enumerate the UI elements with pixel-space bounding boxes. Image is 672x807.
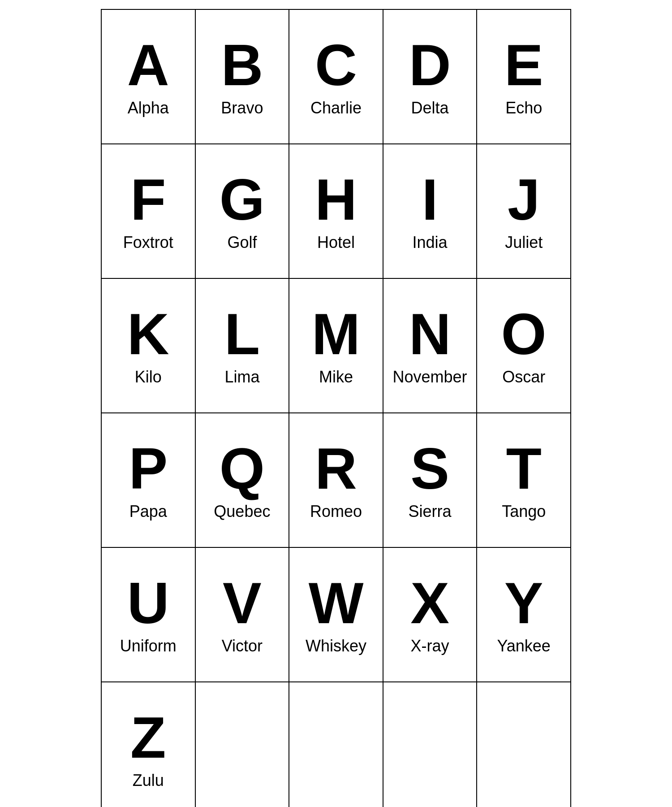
cell-q: QQuebec [196,413,290,548]
letter-i: I [422,170,438,229]
cell-t: TTango [477,413,571,548]
name-r: Romeo [310,502,362,521]
name-d: Delta [411,99,449,117]
name-m: Mike [319,368,353,386]
name-c: Charlie [310,99,362,117]
name-t: Tango [502,502,546,521]
letter-w: W [309,574,364,632]
cell-n: NNovember [383,279,478,413]
cell-empty-29 [477,682,571,807]
name-w: Whiskey [306,637,366,655]
alphabet-grid: AAlphaBBravoCCharlieDDeltaEEchoFFoxtrotG… [101,9,571,807]
letter-e: E [504,36,543,94]
grid-row-2: KKiloLLimaMMikeNNovemberOOscar [102,279,571,413]
grid-row-0: AAlphaBBravoCCharlieDDeltaEEcho [102,10,571,144]
cell-r: RRomeo [289,413,383,548]
name-a: Alpha [128,99,169,117]
cell-x: XX-ray [383,548,478,682]
name-j: Juliet [505,233,543,252]
letter-o: O [501,305,547,363]
letter-t: T [506,439,541,498]
letter-f: F [130,170,166,229]
cell-y: YYankee [477,548,571,682]
name-h: Hotel [317,233,355,252]
name-y: Yankee [497,637,550,655]
cell-w: WWhiskey [289,548,383,682]
letter-q: Q [220,439,265,498]
name-s: Sierra [409,502,452,521]
letter-l: L [224,305,260,363]
name-k: Kilo [135,368,162,386]
cell-v: VVictor [196,548,290,682]
name-v: Victor [222,637,263,655]
cell-empty-26 [196,682,290,807]
letter-u: U [127,574,169,632]
letter-k: K [127,305,169,363]
cell-empty-27 [289,682,383,807]
name-f: Foxtrot [123,233,173,252]
cell-s: SSierra [383,413,478,548]
name-n: November [393,368,467,386]
letter-j: J [508,170,540,229]
grid-row-1: FFoxtrotGGolfHHotelIIndiaJJuliet [102,144,571,279]
letter-p: P [129,439,168,498]
name-i: India [413,233,448,252]
cell-c: CCharlie [289,10,383,144]
name-u: Uniform [120,637,177,655]
cell-z: ZZulu [102,682,196,807]
cell-g: GGolf [196,144,290,279]
letter-h: H [315,170,357,229]
name-o: Oscar [502,368,545,386]
name-e: Echo [505,99,542,117]
cell-l: LLima [196,279,290,413]
letter-a: A [127,36,169,94]
name-p: Papa [129,502,167,521]
letter-v: V [223,574,262,632]
cell-d: DDelta [383,10,478,144]
name-z: Zulu [133,771,164,790]
letter-g: G [220,170,265,229]
cell-f: FFoxtrot [102,144,196,279]
cell-empty-28 [383,682,478,807]
cell-e: EEcho [477,10,571,144]
grid-row-3: PPapaQQuebecRRomeoSSierraTTango [102,413,571,548]
name-g: Golf [227,233,257,252]
letter-z: Z [130,708,166,767]
cell-m: MMike [289,279,383,413]
letter-n: N [409,305,451,363]
name-b: Bravo [221,99,263,117]
cell-p: PPapa [102,413,196,548]
letter-r: R [315,439,357,498]
cell-j: JJuliet [477,144,571,279]
cell-u: UUniform [102,548,196,682]
name-l: Lima [224,368,259,386]
name-q: Quebec [214,502,270,521]
cell-o: OOscar [477,279,571,413]
cell-b: BBravo [196,10,290,144]
letter-b: B [221,36,263,94]
grid-row-5: ZZulu [102,682,571,807]
letter-m: M [312,305,360,363]
cell-i: IIndia [383,144,478,279]
letter-x: X [410,574,449,632]
name-x: X-ray [411,637,449,655]
grid-row-4: UUniformVVictorWWhiskeyXX-rayYYankee [102,548,571,682]
cell-k: KKilo [102,279,196,413]
letter-s: S [410,439,449,498]
cell-a: AAlpha [102,10,196,144]
letter-d: D [409,36,451,94]
letter-c: C [315,36,357,94]
letter-y: Y [504,574,543,632]
cell-h: HHotel [289,144,383,279]
